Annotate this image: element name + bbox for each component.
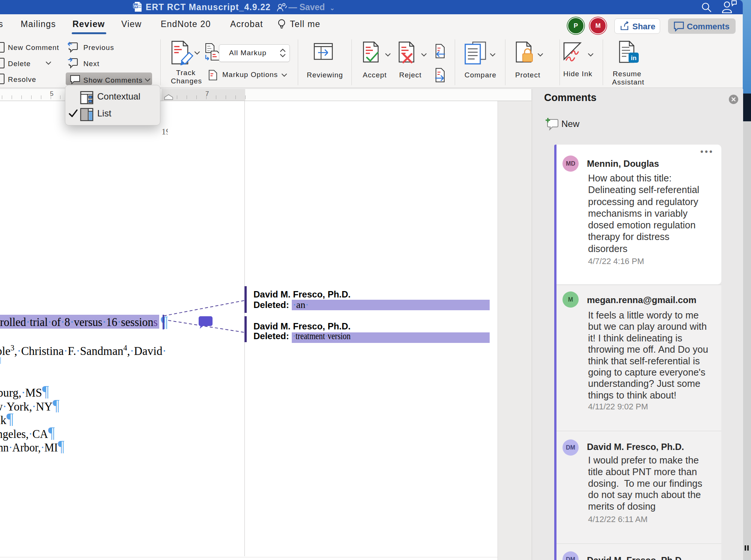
svg-text:in: in	[631, 54, 636, 62]
svg-text:W: W	[134, 4, 138, 8]
